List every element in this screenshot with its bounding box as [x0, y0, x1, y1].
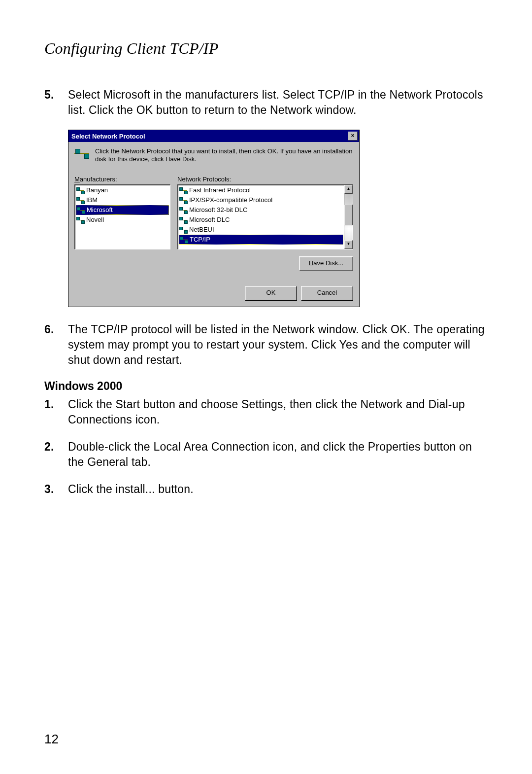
dialog-instruction: Click the Network Protocol that you want… — [95, 147, 353, 164]
network-protocol-icon — [76, 217, 84, 224]
step-list-win2000: 1. Click the Start button and choose Set… — [44, 397, 488, 497]
protocol-item-label: TCP/IP — [190, 236, 210, 243]
protocols-label: Network Protocols: — [177, 176, 353, 183]
dialog-titlebar: Select Network Protocol × — [68, 130, 359, 142]
protocol-item[interactable]: NetBEUI — [178, 225, 344, 235]
network-protocol-icon — [179, 197, 187, 204]
network-protocol-icon — [180, 237, 188, 244]
dialog-instruction-row: Click the Network Protocol that you want… — [74, 147, 353, 164]
manufacturers-listbox[interactable]: BanyanIBMMicrosoftNovell — [74, 184, 170, 249]
step-item: 2. Double-click the Local Area Connectio… — [44, 439, 488, 470]
network-protocol-icon — [179, 207, 187, 214]
manufacturer-item-label: Microsoft — [87, 206, 113, 213]
step-text: The TCP/IP protocol will be listed in th… — [68, 322, 488, 368]
network-protocol-icon — [74, 148, 89, 161]
select-network-protocol-dialog: Select Network Protocol × Click the Netw… — [68, 130, 360, 307]
dialog-screenshot: Select Network Protocol × Click the Netw… — [68, 130, 488, 307]
cancel-button[interactable]: Cancel — [301, 286, 353, 301]
manufacturer-item-label: IBM — [86, 196, 98, 204]
manufacturer-item-label: Banyan — [86, 186, 108, 194]
network-protocol-icon — [179, 227, 187, 234]
page-title: Configuring Client TCP/IP — [44, 39, 488, 58]
step-list-after: 6. The TCP/IP protocol will be listed in… — [44, 322, 488, 368]
protocol-item[interactable]: Microsoft 32-bit DLC — [178, 205, 344, 215]
scroll-up-button[interactable]: ▲ — [344, 185, 353, 194]
protocol-item-label: Microsoft DLC — [189, 216, 230, 223]
step-list-top: 5. Select Microsoft in the manufacturers… — [44, 87, 488, 118]
protocol-item-label: Microsoft 32-bit DLC — [189, 206, 247, 213]
close-button[interactable]: × — [348, 132, 358, 141]
step-item: 1. Click the Start button and choose Set… — [44, 397, 488, 427]
step-number: 3. — [44, 482, 68, 497]
have-disk-row: Have Disk... — [74, 256, 353, 271]
protocols-listbox[interactable]: Fast Infrared ProtocolIPX/SPX-compatible… — [177, 184, 353, 249]
protocol-item[interactable]: TCP/IP — [179, 235, 343, 245]
step-text: Click the install... button. — [68, 482, 488, 497]
manufacturer-item-label: Novell — [86, 216, 104, 223]
protocols-column: Network Protocols: Fast Infrared Protoco… — [177, 176, 353, 249]
manufacturer-item[interactable]: Banyan — [75, 185, 169, 195]
dialog-lists: Manufacturers: BanyanIBMMicrosoftNovell … — [74, 176, 353, 249]
manufacturer-item[interactable]: IBM — [75, 195, 169, 205]
protocol-item[interactable]: IPX/SPX-compatible Protocol — [178, 195, 344, 205]
network-protocol-icon — [77, 207, 85, 214]
manufacturers-label: Manufacturers: — [74, 176, 170, 183]
protocols-scrollbar[interactable]: ▲ ▼ — [344, 185, 353, 249]
step-number: 1. — [44, 397, 68, 427]
step-text: Select Microsoft in the manufacturers li… — [68, 87, 488, 118]
network-protocol-icon — [179, 187, 187, 194]
manufacturer-item[interactable]: Novell — [75, 215, 169, 225]
step-number: 2. — [44, 439, 68, 470]
protocol-item[interactable]: Microsoft DLC — [178, 215, 344, 225]
scroll-down-button[interactable]: ▼ — [344, 240, 353, 249]
ok-button[interactable]: OK — [245, 286, 297, 301]
network-protocol-icon — [76, 197, 84, 204]
step-text: Click the Start button and choose Settin… — [68, 397, 488, 427]
scroll-thumb[interactable] — [344, 205, 353, 225]
document-page: Configuring Client TCP/IP 5. Select Micr… — [0, 0, 532, 774]
protocol-item-label: IPX/SPX-compatible Protocol — [189, 196, 272, 204]
windows-2000-heading: Windows 2000 — [44, 380, 488, 393]
step-number: 5. — [44, 87, 68, 118]
step-text: Double-click the Local Area Connection i… — [68, 439, 488, 470]
step-item: 5. Select Microsoft in the manufacturers… — [44, 87, 488, 118]
scroll-track[interactable] — [344, 194, 353, 240]
network-protocol-icon — [179, 217, 187, 224]
manufacturer-item[interactable]: Microsoft — [76, 205, 169, 215]
step-number: 6. — [44, 322, 68, 368]
protocol-item-label: NetBEUI — [189, 226, 214, 233]
dialog-body: Click the Network Protocol that you want… — [68, 142, 359, 307]
page-number: 12 — [44, 732, 59, 747]
step-item: 3. Click the install... button. — [44, 482, 488, 497]
step-item: 6. The TCP/IP protocol will be listed in… — [44, 322, 488, 368]
manufacturers-column: Manufacturers: BanyanIBMMicrosoftNovell — [74, 176, 170, 249]
protocol-item[interactable]: Fast Infrared Protocol — [178, 185, 344, 195]
network-protocol-icon — [76, 187, 84, 194]
protocol-item-label: Fast Infrared Protocol — [189, 186, 251, 194]
have-disk-button[interactable]: Have Disk... — [299, 256, 353, 271]
ok-cancel-row: OK Cancel — [74, 286, 353, 301]
dialog-title: Select Network Protocol — [71, 133, 145, 140]
